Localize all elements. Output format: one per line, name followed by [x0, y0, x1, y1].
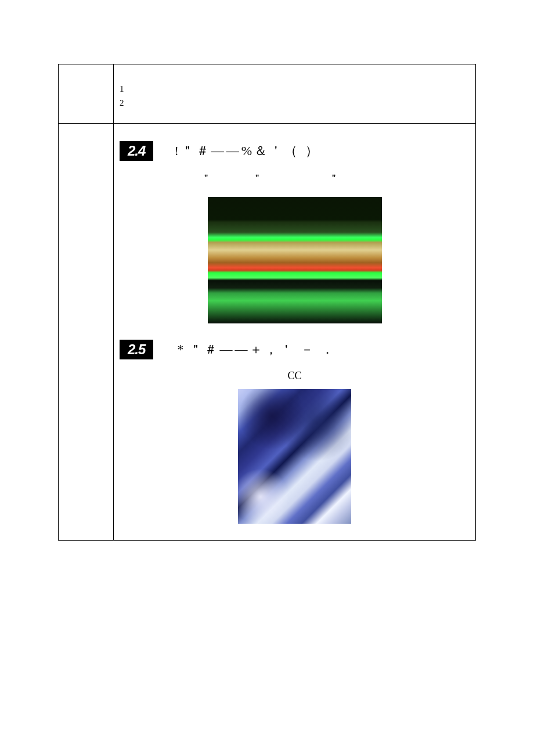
section-2-5-header: 2.5 ＊＂＃——＋，＇ － ．	[120, 340, 470, 359]
figure-2-block	[120, 389, 470, 524]
list-item-1: 1	[120, 82, 470, 96]
document-page: 1 2 2.4 !＂＃——%＆＇（ ） ＂ ＂ ＂ 2.5 ＊＂＃——＋，＇ －…	[0, 0, 534, 541]
top-left-cell	[59, 64, 114, 124]
cc-label: CC	[120, 370, 470, 382]
figure-2-winter-river	[238, 389, 351, 524]
top-right-cell: 1 2	[114, 64, 476, 124]
title-2-5: ＊＂＃——＋，＇ － ．	[174, 341, 336, 358]
list-item-2: 2	[120, 96, 470, 110]
content-table: 1 2 2.4 !＂＃——%＆＇（ ） ＂ ＂ ＂ 2.5 ＊＂＃——＋，＇ －…	[58, 64, 476, 541]
sub-line-2-4: ＂ ＂ ＂	[201, 171, 470, 185]
figure-1-night-city	[208, 197, 382, 323]
bottom-left-cell	[59, 124, 114, 541]
badge-2-5: 2.5	[120, 340, 153, 359]
figure-1-block	[120, 197, 470, 323]
section-2-4-header: 2.4 !＂＃——%＆＇（ ）	[120, 141, 470, 161]
bottom-right-cell: 2.4 !＂＃——%＆＇（ ） ＂ ＂ ＂ 2.5 ＊＂＃——＋，＇ － ． C…	[114, 124, 476, 541]
title-2-4: !＂＃——%＆＇（ ）	[174, 142, 320, 160]
badge-2-4: 2.4	[120, 141, 153, 161]
